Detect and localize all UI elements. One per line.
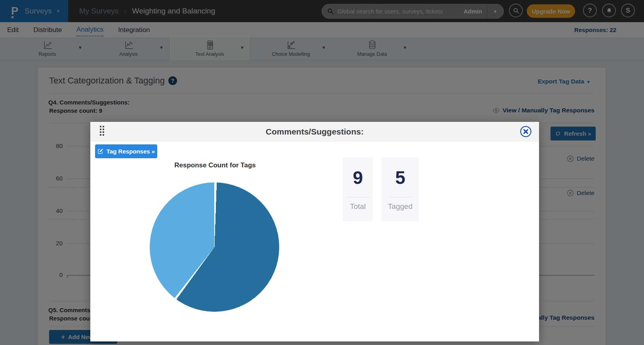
divider xyxy=(389,197,412,197)
dialog-title: Comments/Suggestions: xyxy=(90,122,539,141)
stat-card-tagged: 5 Tagged xyxy=(381,157,419,222)
pie-chart-title: Response Count for Tags xyxy=(126,161,304,169)
close-icon xyxy=(520,125,532,138)
edit-icon xyxy=(97,148,103,154)
stat-tagged-label: Tagged xyxy=(388,202,412,211)
stat-tagged-value: 5 xyxy=(395,169,406,187)
close-button[interactable] xyxy=(520,125,532,138)
comments-suggestions-dialog: Comments/Suggestions: Tag Responses » Re… xyxy=(90,122,539,341)
stat-card-total: 9 Total xyxy=(343,157,373,222)
dialog-header: Comments/Suggestions: xyxy=(90,122,539,141)
tag-responses-button[interactable]: Tag Responses » xyxy=(95,144,157,158)
divider xyxy=(347,197,370,197)
pie-chart xyxy=(150,182,279,312)
stat-total-value: 9 xyxy=(353,169,363,187)
app-screen: P Surveys ▼ My Surveys › Weighting and B… xyxy=(0,0,644,345)
stat-total-label: Total xyxy=(350,202,366,211)
